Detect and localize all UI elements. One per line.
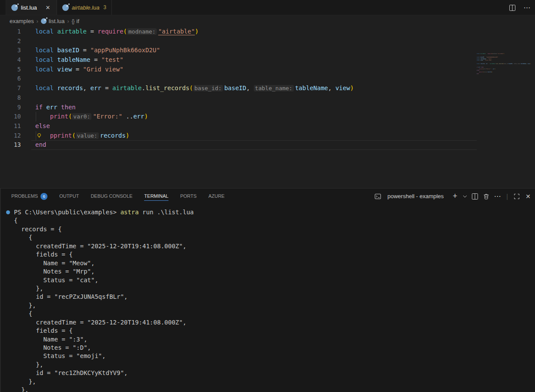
terminal-line: { xyxy=(14,310,535,318)
token-vr: err xyxy=(133,113,144,120)
terminal-line: Name = "Meow", xyxy=(14,259,535,267)
token-fn: list_records xyxy=(145,84,189,91)
code-line-2[interactable]: 2 xyxy=(0,37,477,46)
code-editor[interactable]: 1local airtable = require(modname:"airta… xyxy=(0,27,535,188)
code-text: if err then xyxy=(27,103,76,112)
chevron-down-icon[interactable] xyxy=(462,192,468,201)
token-pl: }, xyxy=(14,285,43,292)
token-ty: airtable xyxy=(112,84,141,91)
terminal-line: }, xyxy=(14,386,535,392)
token-kw: local xyxy=(35,56,54,63)
code-text: local records, err = airtable.list_recor… xyxy=(27,84,354,93)
token-vr: tableName xyxy=(481,58,486,60)
line-number: 7 xyxy=(0,84,27,93)
terminal-line: { xyxy=(14,216,535,225)
problems-count-badge: 6 xyxy=(40,193,47,200)
code-line-5[interactable]: 5local view = "Grid view" xyxy=(0,65,477,74)
bottom-panel: PROBLEMS 6 OUTPUT DEBUG CONSOLE TERMINAL… xyxy=(0,188,535,392)
breadcrumb-item-examples[interactable]: examples xyxy=(10,18,34,24)
code-line-9[interactable]: 9if err then xyxy=(0,103,477,112)
code-text xyxy=(27,74,35,84)
token-hint: var0: xyxy=(483,68,486,70)
terminal-icon xyxy=(373,192,382,201)
close-tab-icon[interactable]: ✕ xyxy=(44,4,51,11)
token-vr: err xyxy=(90,84,101,91)
panel-header: PROBLEMS 6 OUTPUT DEBUG CONSOLE TERMINAL… xyxy=(1,189,535,204)
maximize-panel-icon[interactable] xyxy=(512,192,521,201)
token-pl: id = "rec1ZhDKCYyKtdYV9", xyxy=(14,369,128,376)
terminal-line: }, xyxy=(14,284,535,293)
tab-list-lua[interactable]: list.lua ✕ xyxy=(6,0,57,15)
code-text: print(var0:"Error:" ..err) xyxy=(27,112,148,122)
token-pl: id = "recPZxJUNA5qsfBLr", xyxy=(14,293,128,300)
panel-tab-ports[interactable]: PORTS xyxy=(180,192,197,201)
code-text: pprint(value:records) xyxy=(27,131,129,141)
terminal-line: }, xyxy=(14,378,535,386)
command-decoration-icon[interactable] xyxy=(6,210,10,214)
minimap-line: end xyxy=(477,73,527,75)
lightbulb-icon[interactable] xyxy=(36,132,42,139)
panel-actions: powershell - examples + ⋯ | ✕ xyxy=(373,192,532,201)
token-hint: base_id: xyxy=(193,85,223,91)
token-vr: tableName xyxy=(295,84,328,91)
code-line-6[interactable]: 6 xyxy=(0,74,477,84)
code-line-1[interactable]: 1local airtable = require(modname:"airta… xyxy=(0,27,477,37)
token-pl: run .\list.lua xyxy=(139,209,194,216)
token-ty: airtable xyxy=(57,28,87,35)
split-terminal-icon[interactable] xyxy=(471,192,479,201)
token-pl xyxy=(54,47,57,54)
lua-file-icon xyxy=(11,4,18,11)
token-fn: list_records xyxy=(495,63,503,64)
token-pl: createdTime = "2025-12-20T19:41:08.000Z"… xyxy=(14,319,186,326)
panel-more-actions-icon[interactable]: ⋯ xyxy=(493,192,502,201)
code-line-10[interactable]: 10 print(var0:"Error:" ..err) xyxy=(0,112,477,122)
breadcrumb-item-file[interactable]: list.lua xyxy=(41,18,65,24)
token-pl xyxy=(57,104,61,111)
close-panel-icon[interactable]: ✕ xyxy=(524,192,532,201)
panel-tab-problems[interactable]: PROBLEMS 6 xyxy=(11,192,47,201)
token-st: "Grid view" xyxy=(485,60,492,61)
code-line-11[interactable]: 11else xyxy=(0,122,477,131)
token-pl: records = { xyxy=(14,226,62,233)
vscode-window: list.lua ✕ airtable.lua 3 ⋯ examples › l… xyxy=(0,0,535,392)
breadcrumb-item-symbol[interactable]: {} if xyxy=(72,18,80,24)
terminal-line: Name = ":3", xyxy=(14,335,535,344)
token-pl: fields = { xyxy=(14,327,73,334)
line-number: 13 xyxy=(0,140,27,150)
line-number: 11 xyxy=(0,122,27,131)
terminal-line: records = { xyxy=(14,225,535,233)
token-hint: value: xyxy=(484,71,488,73)
code-text: local view = "Grid view" xyxy=(27,65,123,74)
terminal-session-label[interactable]: powershell - examples xyxy=(387,193,444,199)
panel-tab-azure[interactable]: AZURE xyxy=(209,192,225,201)
token-pl: , xyxy=(328,84,336,91)
code-line-4[interactable]: 4local tableName = "test" xyxy=(0,55,477,65)
token-pl xyxy=(54,28,57,35)
panel-tab-output[interactable]: OUTPUT xyxy=(59,192,79,201)
new-terminal-icon[interactable]: + xyxy=(451,192,459,201)
code-line-12[interactable]: 12 pprint(value:records) xyxy=(0,131,477,141)
tab-airtable-lua[interactable]: airtable.lua 3 xyxy=(57,0,112,15)
panel-tab-debug-console[interactable]: DEBUG CONSOLE xyxy=(91,192,132,201)
minimap[interactable]: local airtable = require(modname:"airtab… xyxy=(477,53,527,75)
token-ct: else xyxy=(35,122,50,129)
token-vr: view xyxy=(57,66,72,73)
code-line-7[interactable]: 7local records, err = airtable.list_reco… xyxy=(0,84,477,93)
split-editor-icon[interactable] xyxy=(508,3,517,12)
more-actions-icon[interactable]: ⋯ xyxy=(523,3,532,12)
panel-tab-terminal[interactable]: TERMINAL xyxy=(144,192,168,201)
line-number: 6 xyxy=(0,74,27,84)
token-pl: PS C:\Users\public\examples> xyxy=(14,209,120,216)
kill-terminal-icon[interactable] xyxy=(482,192,491,201)
code-line-13[interactable]: 13end xyxy=(0,140,477,150)
terminal-output[interactable]: PS C:\Users\public\examples> astra run .… xyxy=(2,204,535,392)
code-text: local airtable = require(modname:"airtab… xyxy=(27,27,199,37)
token-b1: ( xyxy=(123,28,127,35)
code-line-3[interactable]: 3local baseID = "appPuNphBk66oxD2U" xyxy=(0,46,477,55)
line-number: 4 xyxy=(0,55,27,65)
line-number: 12 xyxy=(0,131,27,141)
token-b1: ) xyxy=(495,68,495,70)
terminal-line: Notes = "Mrp", xyxy=(14,267,535,276)
token-pl xyxy=(54,56,57,63)
code-line-8[interactable]: 8 xyxy=(0,93,477,103)
